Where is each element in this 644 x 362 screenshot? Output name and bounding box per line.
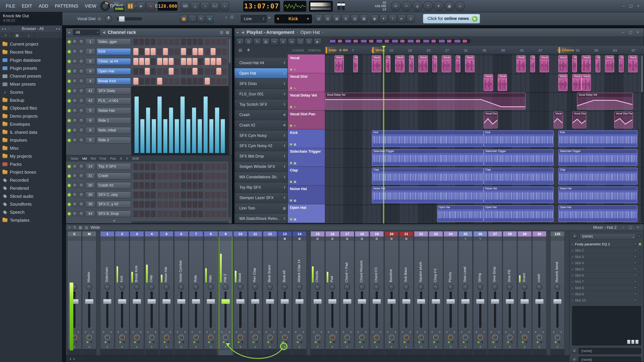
clip-vocal[interactable]: Vocal <box>628 55 638 72</box>
pan-knob[interactable] <box>550 334 564 340</box>
step-cell[interactable] <box>181 68 186 75</box>
velocity-bar[interactable] <box>158 96 162 153</box>
velocity-bar[interactable] <box>186 119 190 153</box>
record-arm-led[interactable] <box>182 341 184 343</box>
step-cell[interactable] <box>150 68 156 75</box>
channel-volume-knob[interactable] <box>79 98 84 104</box>
timeline-marker-intro[interactable]: Intro <box>326 47 336 53</box>
clip-vocal[interactable]: Vocal <box>572 55 577 72</box>
record-arm-led[interactable] <box>168 341 169 343</box>
metronome-button[interactable]: ◬ <box>190 2 200 11</box>
sync-button[interactable]: ⟳ <box>391 1 401 11</box>
fader-handle[interactable] <box>432 299 440 304</box>
countdown-button[interactable]: 3.2 <box>210 2 219 11</box>
mute-led[interactable] <box>208 341 210 343</box>
channel-pan-knob[interactable] <box>72 128 78 133</box>
overdub-button[interactable]: ∿ <box>220 2 229 11</box>
volume-fader[interactable] <box>130 290 144 329</box>
record-arm-led[interactable] <box>76 341 77 343</box>
mixer-strip-kick[interactable]: 2Kick◂▸▲ <box>115 231 129 355</box>
clip-kick[interactable]: Kick <box>484 130 554 147</box>
pan-knob[interactable] <box>278 334 292 340</box>
song-mode-led[interactable]: SONG <box>114 6 124 11</box>
slot-mix-knob[interactable] <box>634 280 637 283</box>
step-cell[interactable] <box>211 163 216 170</box>
step-cell[interactable] <box>222 48 227 55</box>
mute-led[interactable] <box>537 341 538 343</box>
step-cell[interactable] <box>211 172 216 179</box>
minimize-button[interactable]: – <box>620 3 627 9</box>
route-up-icon[interactable]: ▲ <box>174 344 188 349</box>
step-cell[interactable] <box>205 210 210 217</box>
picker-item-sfx-disto[interactable]: SFX Disto⇕ <box>234 79 288 89</box>
pan-knob[interactable] <box>326 334 339 340</box>
pan-right-icon[interactable]: ▸ <box>155 330 156 334</box>
step-cell[interactable] <box>174 210 179 217</box>
pan-knob[interactable] <box>263 334 277 340</box>
mixer-scroll-right-icon[interactable]: ▸ <box>74 357 75 361</box>
clip-vocal-dist[interactable]: Vocal Dist <box>582 74 591 91</box>
pan-knob[interactable] <box>234 334 247 340</box>
channel-number[interactable]: 14 <box>85 163 95 170</box>
stereo-sep-knob[interactable] <box>130 283 144 290</box>
fader-handle[interactable] <box>266 299 274 304</box>
slot-enable-led[interactable] <box>639 243 641 246</box>
pan-right-icon[interactable]: ▸ <box>288 330 290 334</box>
channel-led[interactable] <box>68 90 70 92</box>
playlist-grid[interactable]: VocalVocalVocalVocalVocalVocalVocalVocal… <box>325 54 644 223</box>
channel-volume-knob[interactable] <box>79 39 84 44</box>
step-cell[interactable] <box>187 182 192 189</box>
step-cell[interactable] <box>187 58 192 65</box>
channel-number[interactable]: 38 <box>85 201 95 208</box>
channel-led[interactable] <box>68 165 70 168</box>
channel-pan-knob[interactable] <box>72 118 78 123</box>
step-cell[interactable] <box>174 58 179 65</box>
volume-fader[interactable] <box>355 290 369 329</box>
step-cell[interactable] <box>222 191 227 198</box>
mixer-strip-plucky[interactable]: 24Plucky◂▸▲ <box>444 231 458 355</box>
pan-right-icon[interactable]: ▸ <box>498 330 500 334</box>
clip-kick[interactable]: Kick <box>558 130 638 147</box>
step-cell[interactable] <box>139 210 144 217</box>
step-cell[interactable] <box>139 182 144 189</box>
record-arm-led[interactable] <box>452 341 453 343</box>
channel-volume-knob[interactable] <box>79 108 84 113</box>
pan-left-icon[interactable]: ◂ <box>552 330 554 334</box>
volume-fader[interactable] <box>444 290 458 329</box>
pan-left-icon[interactable]: ◂ <box>328 330 329 334</box>
link-button[interactable]: ∞ <box>206 15 214 23</box>
step-cell[interactable] <box>216 58 221 65</box>
mixer-strip-ride[interactable]: 7Ride◂▸▲ <box>189 231 203 355</box>
step-cell[interactable] <box>205 48 210 55</box>
fader-handle[interactable] <box>328 299 336 304</box>
step-cell[interactable] <box>198 68 203 75</box>
stereo-sep-knob[interactable] <box>145 283 159 290</box>
track-mute-led[interactable] <box>290 106 292 108</box>
fx-slot-4[interactable]: ▸Slot 4 <box>572 260 641 266</box>
send-icon-1[interactable]: ▸ <box>572 349 577 354</box>
draw-button[interactable]: ✎ <box>197 15 205 23</box>
volume-fader[interactable] <box>189 290 203 329</box>
step-cell[interactable] <box>145 58 150 65</box>
channel-number[interactable]: 6 <box>85 127 95 134</box>
volume-fader[interactable] <box>429 290 443 329</box>
velocity-bar[interactable] <box>175 119 179 153</box>
channel-led[interactable] <box>68 193 70 196</box>
step-cell[interactable] <box>174 78 179 85</box>
channel-selector-plus[interactable]: + <box>306 14 309 23</box>
step-cell[interactable] <box>157 191 162 198</box>
volume-fader[interactable] <box>532 290 546 329</box>
pan-left-icon[interactable]: ◂ <box>84 330 86 334</box>
browser-item-il-shared-data[interactable]: IL shared data <box>0 128 62 136</box>
route-up-icon[interactable]: ▲ <box>100 344 114 349</box>
mute-led[interactable] <box>120 341 121 343</box>
timeline-marker-chorus[interactable]: Chorus <box>559 47 574 53</box>
mute-led[interactable] <box>193 341 195 343</box>
pan-knob[interactable] <box>174 334 188 340</box>
record-arm-led[interactable] <box>540 341 542 343</box>
mixer-strip-bassline[interactable]: 20▥Bassline◂▸▲ <box>384 231 399 355</box>
step-cell[interactable] <box>139 201 144 208</box>
fader-handle[interactable] <box>520 299 529 304</box>
channel-pan-knob[interactable] <box>72 183 78 188</box>
picker-item-toy-rip-sfx[interactable]: Toy Rip SFX⇕ <box>234 182 288 193</box>
